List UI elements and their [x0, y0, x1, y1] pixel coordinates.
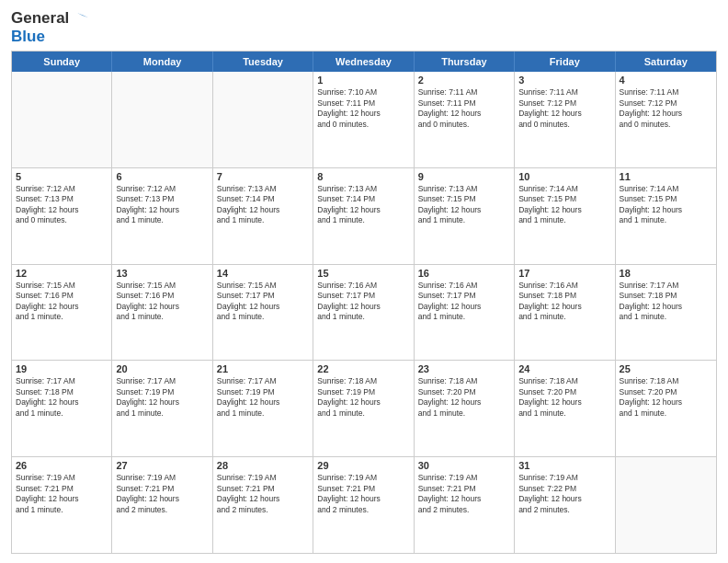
day-number: 9 [418, 171, 510, 182]
day-number: 3 [518, 75, 610, 86]
day-number: 24 [518, 363, 610, 374]
calendar-cell: 29Sunrise: 7:19 AM Sunset: 7:21 PM Dayli… [313, 457, 414, 553]
calendar-cell: 18Sunrise: 7:17 AM Sunset: 7:18 PM Dayli… [616, 265, 716, 361]
cell-info: Sunrise: 7:11 AM Sunset: 7:12 PM Dayligh… [518, 87, 610, 130]
header-day-wednesday: Wednesday [313, 52, 414, 72]
calendar-cell: 27Sunrise: 7:19 AM Sunset: 7:21 PM Dayli… [112, 457, 212, 553]
header-day-thursday: Thursday [415, 52, 515, 72]
header-day-tuesday: Tuesday [213, 52, 313, 72]
day-number: 12 [16, 268, 108, 279]
calendar-cell: 28Sunrise: 7:19 AM Sunset: 7:21 PM Dayli… [213, 457, 313, 553]
calendar-row-2: 12Sunrise: 7:15 AM Sunset: 7:16 PM Dayli… [12, 264, 716, 361]
header-day-saturday: Saturday [616, 52, 716, 72]
day-number: 31 [518, 460, 610, 471]
calendar-cell [12, 72, 112, 167]
header: General Blue [11, 9, 717, 45]
cell-info: Sunrise: 7:14 AM Sunset: 7:15 PM Dayligh… [518, 184, 610, 226]
day-number: 15 [317, 268, 409, 279]
cell-info: Sunrise: 7:19 AM Sunset: 7:21 PM Dayligh… [317, 473, 409, 515]
cell-info: Sunrise: 7:11 AM Sunset: 7:11 PM Dayligh… [418, 87, 510, 130]
cell-info: Sunrise: 7:13 AM Sunset: 7:15 PM Dayligh… [418, 184, 510, 226]
day-number: 21 [217, 363, 309, 374]
calendar-row-0: 1Sunrise: 7:10 AM Sunset: 7:11 PM Daylig… [12, 72, 716, 167]
cell-info: Sunrise: 7:17 AM Sunset: 7:19 PM Dayligh… [217, 376, 309, 419]
day-number: 30 [418, 460, 510, 471]
calendar-cell: 11Sunrise: 7:14 AM Sunset: 7:15 PM Dayli… [616, 168, 716, 264]
logo-blue-text: Blue [11, 28, 88, 46]
day-number: 16 [418, 268, 510, 279]
header-day-friday: Friday [515, 52, 615, 72]
calendar-cell: 22Sunrise: 7:18 AM Sunset: 7:19 PM Dayli… [313, 361, 414, 456]
day-number: 28 [217, 460, 309, 471]
cell-info: Sunrise: 7:14 AM Sunset: 7:15 PM Dayligh… [620, 184, 712, 226]
calendar-cell: 13Sunrise: 7:15 AM Sunset: 7:16 PM Dayli… [112, 265, 212, 361]
cell-info: Sunrise: 7:17 AM Sunset: 7:19 PM Dayligh… [116, 376, 208, 419]
calendar-row-3: 19Sunrise: 7:17 AM Sunset: 7:18 PM Dayli… [12, 360, 716, 456]
day-number: 13 [116, 268, 208, 279]
day-number: 26 [16, 460, 108, 471]
cell-info: Sunrise: 7:11 AM Sunset: 7:12 PM Dayligh… [620, 87, 712, 130]
calendar-cell: 25Sunrise: 7:18 AM Sunset: 7:20 PM Dayli… [616, 361, 716, 456]
day-number: 14 [217, 268, 309, 279]
calendar-cell: 4Sunrise: 7:11 AM Sunset: 7:12 PM Daylig… [616, 72, 716, 167]
calendar-cell: 5Sunrise: 7:12 AM Sunset: 7:13 PM Daylig… [12, 168, 112, 264]
cell-info: Sunrise: 7:17 AM Sunset: 7:18 PM Dayligh… [620, 281, 712, 323]
cell-info: Sunrise: 7:12 AM Sunset: 7:13 PM Dayligh… [16, 184, 108, 226]
day-number: 19 [16, 363, 108, 374]
calendar-cell: 23Sunrise: 7:18 AM Sunset: 7:20 PM Dayli… [415, 361, 515, 456]
cell-info: Sunrise: 7:18 AM Sunset: 7:19 PM Dayligh… [317, 376, 409, 419]
calendar-cell [112, 72, 212, 167]
day-number: 1 [317, 75, 409, 86]
day-number: 7 [217, 171, 309, 182]
cell-info: Sunrise: 7:10 AM Sunset: 7:11 PM Dayligh… [317, 87, 409, 130]
calendar-cell: 16Sunrise: 7:16 AM Sunset: 7:17 PM Dayli… [415, 265, 515, 361]
calendar-cell: 21Sunrise: 7:17 AM Sunset: 7:19 PM Dayli… [213, 361, 313, 456]
cell-info: Sunrise: 7:13 AM Sunset: 7:14 PM Dayligh… [317, 184, 409, 226]
calendar-cell: 14Sunrise: 7:15 AM Sunset: 7:17 PM Dayli… [213, 265, 313, 361]
day-number: 6 [116, 171, 208, 182]
day-number: 8 [317, 171, 409, 182]
header-day-monday: Monday [112, 52, 212, 72]
calendar-cell: 30Sunrise: 7:19 AM Sunset: 7:21 PM Dayli… [415, 457, 515, 553]
logo-general-text: General [11, 9, 88, 28]
cell-info: Sunrise: 7:19 AM Sunset: 7:22 PM Dayligh… [518, 473, 610, 515]
cell-info: Sunrise: 7:19 AM Sunset: 7:21 PM Dayligh… [418, 473, 510, 515]
logo-text-block: General Blue [11, 9, 88, 45]
calendar-cell: 9Sunrise: 7:13 AM Sunset: 7:15 PM Daylig… [415, 168, 515, 264]
day-number: 5 [16, 171, 108, 182]
day-number: 29 [317, 460, 409, 471]
day-number: 22 [317, 363, 409, 374]
cell-info: Sunrise: 7:17 AM Sunset: 7:18 PM Dayligh… [16, 376, 108, 419]
calendar-cell: 7Sunrise: 7:13 AM Sunset: 7:14 PM Daylig… [213, 168, 313, 264]
cell-info: Sunrise: 7:18 AM Sunset: 7:20 PM Dayligh… [620, 376, 712, 419]
calendar-cell: 15Sunrise: 7:16 AM Sunset: 7:17 PM Dayli… [313, 265, 414, 361]
day-number: 25 [620, 363, 712, 374]
cell-info: Sunrise: 7:16 AM Sunset: 7:18 PM Dayligh… [518, 281, 610, 323]
calendar-cell: 8Sunrise: 7:13 AM Sunset: 7:14 PM Daylig… [313, 168, 414, 264]
day-number: 2 [418, 75, 510, 86]
cell-info: Sunrise: 7:12 AM Sunset: 7:13 PM Dayligh… [116, 184, 208, 226]
calendar-cell: 12Sunrise: 7:15 AM Sunset: 7:16 PM Dayli… [12, 265, 112, 361]
cell-info: Sunrise: 7:15 AM Sunset: 7:17 PM Dayligh… [217, 281, 309, 323]
calendar-cell [616, 457, 716, 553]
day-number: 27 [116, 460, 208, 471]
calendar-cell: 19Sunrise: 7:17 AM Sunset: 7:18 PM Dayli… [12, 361, 112, 456]
calendar-cell: 17Sunrise: 7:16 AM Sunset: 7:18 PM Dayli… [515, 265, 615, 361]
calendar-cell: 10Sunrise: 7:14 AM Sunset: 7:15 PM Dayli… [515, 168, 615, 264]
cell-info: Sunrise: 7:16 AM Sunset: 7:17 PM Dayligh… [418, 281, 510, 323]
cell-info: Sunrise: 7:18 AM Sunset: 7:20 PM Dayligh… [518, 376, 610, 419]
cell-info: Sunrise: 7:16 AM Sunset: 7:17 PM Dayligh… [317, 281, 409, 323]
calendar-cell: 3Sunrise: 7:11 AM Sunset: 7:12 PM Daylig… [515, 72, 615, 167]
day-number: 10 [518, 171, 610, 182]
day-number: 23 [418, 363, 510, 374]
calendar: SundayMondayTuesdayWednesdayThursdayFrid… [11, 51, 717, 554]
calendar-header: SundayMondayTuesdayWednesdayThursdayFrid… [12, 52, 716, 72]
day-number: 4 [620, 75, 712, 86]
header-day-sunday: Sunday [12, 52, 112, 72]
page: General Blue SundayMondayTuesdayWednesda… [0, 0, 728, 563]
cell-info: Sunrise: 7:15 AM Sunset: 7:16 PM Dayligh… [116, 281, 208, 323]
cell-info: Sunrise: 7:19 AM Sunset: 7:21 PM Dayligh… [217, 473, 309, 515]
calendar-cell: 1Sunrise: 7:10 AM Sunset: 7:11 PM Daylig… [313, 72, 414, 167]
calendar-row-4: 26Sunrise: 7:19 AM Sunset: 7:21 PM Dayli… [12, 456, 716, 553]
calendar-cell [213, 72, 313, 167]
